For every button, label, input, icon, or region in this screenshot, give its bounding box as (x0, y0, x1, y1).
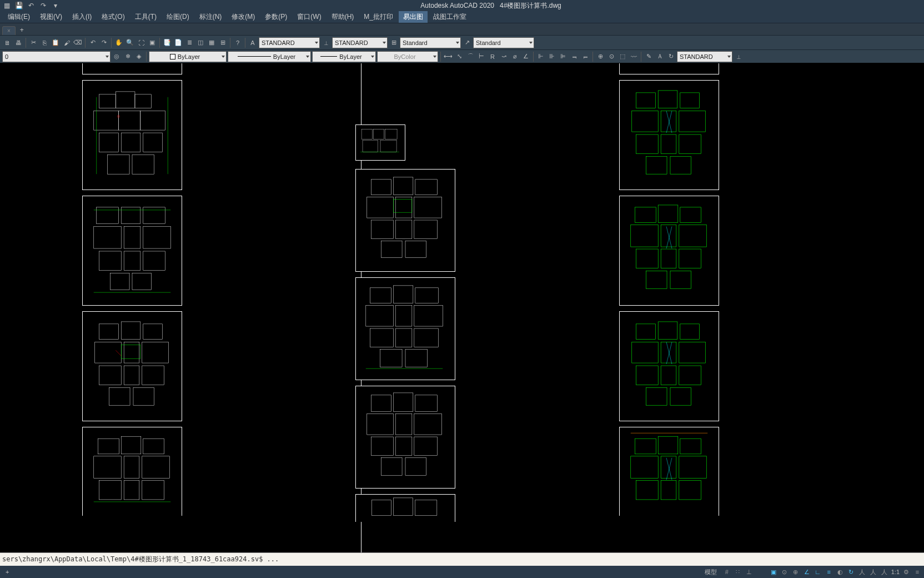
dim-break-icon[interactable]: ⫭ (580, 52, 590, 62)
jog-linear-icon[interactable]: 〰 (629, 52, 639, 62)
menu-tools[interactable]: 工具(T) (130, 11, 161, 23)
layout-plus-button[interactable]: + (2, 567, 12, 576)
model-icon[interactable]: ▣ (769, 567, 778, 576)
anno-scale-icon[interactable]: 人 (880, 567, 889, 576)
table-style-dropdown[interactable]: Standard (400, 37, 461, 48)
menu-insert[interactable]: 插入(I) (68, 11, 96, 23)
sheet-icon[interactable]: 📄 (173, 38, 183, 48)
menu-batch-print[interactable]: M_批打印 (359, 11, 398, 23)
linetype-dropdown[interactable]: ByLayer (228, 51, 311, 62)
dim-style-icon[interactable]: ⟂ (321, 38, 331, 48)
save-icon[interactable]: 💾 (14, 1, 23, 10)
center-mark-icon[interactable]: ⊙ (606, 52, 616, 62)
menu-modify[interactable]: 修改(M) (227, 11, 259, 23)
dim-ordinate-icon[interactable]: ⊢ (476, 52, 486, 62)
block-icon[interactable]: ◫ (195, 38, 205, 48)
text-style-icon[interactable]: A (248, 38, 258, 48)
dim-diameter-icon[interactable]: ⌀ (510, 52, 520, 62)
menu-edit[interactable]: 编辑(E) (3, 11, 34, 23)
dim-angular-icon[interactable]: ∠ (521, 52, 531, 62)
menu-studio[interactable]: 战图工作室 (429, 11, 471, 23)
dim-radius-icon[interactable]: R (488, 52, 498, 62)
text-style-dropdown[interactable]: STANDARD (259, 37, 320, 48)
dim-text-edit-icon[interactable]: Ａ (655, 52, 665, 62)
app-menu-icon[interactable]: ▦ (2, 1, 11, 10)
tool-palette-icon[interactable]: ▦ (207, 38, 217, 48)
undo-icon[interactable]: ↶ (27, 1, 36, 10)
mleader-style-dropdown[interactable]: Standard (473, 37, 534, 48)
zoom-window-icon[interactable]: ⛶ (136, 38, 146, 48)
layer-dropdown[interactable]: 0 (2, 51, 111, 62)
cycle-icon[interactable]: ↻ (847, 567, 856, 576)
mleader-style-icon[interactable]: ↗ (462, 38, 472, 48)
model-tab[interactable]: 模型 (701, 567, 720, 577)
clean-icon[interactable]: ⌫ (73, 38, 83, 48)
undo-icon[interactable]: ↶ (88, 38, 98, 48)
tolerance-icon[interactable]: ⊕ (595, 52, 605, 62)
print-icon[interactable]: 🖶 (13, 38, 23, 48)
lwt-icon[interactable]: ≡ (825, 567, 833, 576)
menu-help[interactable]: 帮助(H) (327, 11, 359, 23)
menu-parametric[interactable]: 参数(P) (260, 11, 292, 23)
layer-off-icon[interactable]: ◎ (112, 52, 122, 62)
dim-linear-icon[interactable]: ⟷ (443, 52, 453, 62)
document-tab[interactable]: × (2, 26, 16, 35)
inspect-icon[interactable]: ⬚ (617, 52, 627, 62)
drawing-canvas[interactable] (0, 63, 924, 552)
polar-icon[interactable]: ∠ (802, 567, 811, 576)
dim-quick-icon[interactable]: ⊩ (536, 52, 546, 62)
dim-space-icon[interactable]: ⫬ (569, 52, 579, 62)
dim-override-icon[interactable]: ⟂ (734, 52, 744, 62)
otrack-icon[interactable]: ∟ (813, 567, 822, 576)
layers-icon[interactable]: ≣ (184, 38, 194, 48)
new-tab-button[interactable]: + (16, 25, 28, 35)
design-center-icon[interactable]: ⊞ (218, 38, 228, 48)
customize-icon[interactable]: ≡ (913, 567, 922, 576)
snap-icon[interactable]: ∷ (734, 567, 742, 576)
command-line[interactable]: sers\zhangrx\AppData\Local\Temp\4#楼图形计算书… (0, 552, 924, 566)
lineweight-dropdown[interactable]: ByLayer (312, 51, 376, 62)
dim-update-icon[interactable]: ↻ (666, 52, 676, 62)
dim-aligned-icon[interactable]: ⤡ (454, 52, 464, 62)
menu-easy-plot[interactable]: 易出图 (399, 11, 428, 23)
menu-draw[interactable]: 绘图(D) (162, 11, 194, 23)
grid-icon[interactable]: # (722, 567, 731, 576)
gear-icon[interactable]: ⚙ (902, 567, 911, 576)
menu-format[interactable]: 格式(O) (97, 11, 129, 23)
dyn-icon[interactable]: ⊕ (791, 567, 800, 576)
menu-window[interactable]: 窗口(W) (293, 11, 325, 23)
props-icon[interactable]: 📑 (162, 38, 172, 48)
ortho-icon[interactable]: ⊥ (745, 567, 754, 576)
color-dropdown[interactable]: ByLayer (149, 51, 227, 62)
close-tab-icon[interactable]: × (7, 28, 11, 34)
dim-style-dropdown-2[interactable]: STANDARD (677, 51, 732, 62)
layer-freeze-icon[interactable]: ❄ (123, 52, 133, 62)
transparency-icon[interactable]: ◐ (836, 567, 845, 576)
redo-icon[interactable]: ↷ (99, 38, 109, 48)
dim-continue-icon[interactable]: ⊫ (558, 52, 568, 62)
help-icon[interactable]: ? (233, 38, 243, 48)
match-icon[interactable]: 🖌 (62, 38, 72, 48)
paste-icon[interactable]: 📋 (51, 38, 61, 48)
layer-isolate-icon[interactable]: ◈ (134, 52, 144, 62)
dim-arc-icon[interactable]: ⌒ (465, 52, 475, 62)
copy-icon[interactable]: ⎘ (39, 38, 49, 48)
dim-jogged-icon[interactable]: ⤻ (499, 52, 509, 62)
scale-display[interactable]: 1:1 (891, 569, 900, 575)
pan-icon[interactable]: ✋ (114, 38, 124, 48)
table-style-icon[interactable]: ⊞ (389, 38, 399, 48)
dim-edit-icon[interactable]: ✎ (644, 52, 654, 62)
redo-icon[interactable]: ↷ (39, 1, 48, 10)
menu-view[interactable]: 视图(V) (36, 11, 67, 23)
osnap-icon[interactable]: ⊙ (780, 567, 789, 576)
cut-icon[interactable]: ✂ (28, 38, 38, 48)
annotation-icon[interactable]: 人 (858, 567, 867, 576)
dim-baseline-icon[interactable]: ⊪ (547, 52, 557, 62)
dim-style-dropdown[interactable]: STANDARD (332, 37, 388, 48)
new-icon[interactable]: 🗎 (2, 38, 12, 48)
menu-dimension[interactable]: 标注(N) (195, 11, 227, 23)
qat-more-icon[interactable]: ▾ (51, 1, 60, 10)
anno-auto-icon[interactable]: 人 (869, 567, 878, 576)
zoom-realtime-icon[interactable]: 🔍 (125, 38, 135, 48)
zoom-extents-icon[interactable]: ▣ (147, 38, 157, 48)
